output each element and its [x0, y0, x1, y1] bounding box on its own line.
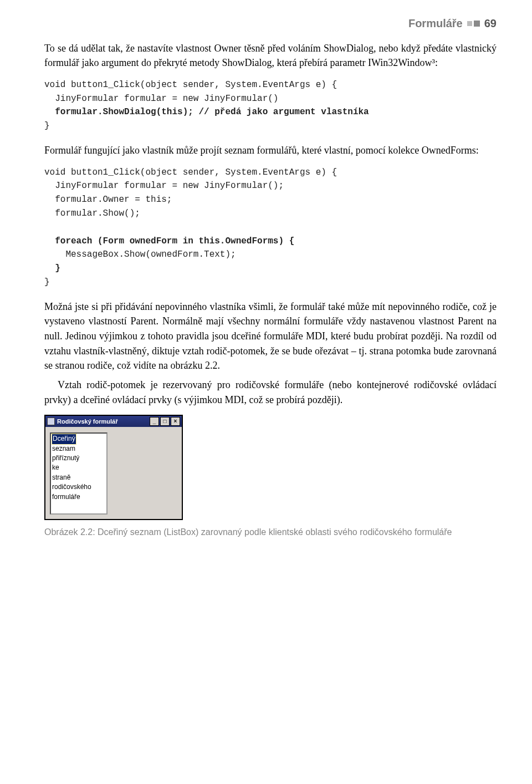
- list-item[interactable]: přiříznutý: [52, 454, 105, 463]
- list-item-selected[interactable]: Dceřiný: [52, 434, 76, 444]
- listbox[interactable]: Dceřiný seznam přiříznutý ke straně rodi…: [50, 432, 108, 515]
- list-item[interactable]: seznam: [52, 444, 105, 454]
- chapter-title: Formuláře: [408, 16, 463, 32]
- paragraph-intro: To se dá udělat tak, že nastavíte vlastn…: [44, 41, 497, 70]
- page-header: Formuláře 69: [44, 16, 497, 32]
- paragraph-parent: Možná jste si při přidávání nepovinného …: [44, 299, 497, 373]
- maximize-button[interactable]: □: [160, 417, 170, 426]
- header-marker-icon: [467, 21, 480, 27]
- paragraph-parent2: Vztah rodič-potomek je rezervovaný pro r…: [44, 378, 497, 407]
- minimize-button[interactable]: _: [150, 417, 159, 426]
- figure-caption: Obrázek 2.2: Dceřiný seznam (ListBox) za…: [94, 526, 497, 538]
- app-icon: [47, 418, 55, 425]
- titlebar: Rodičovský formulář _ □ ×: [45, 416, 182, 427]
- code-block-showdialog: void button1_Click(object sender, System…: [44, 78, 497, 133]
- list-item[interactable]: formuláře: [52, 492, 105, 502]
- paragraph-ownedforms: Formulář fungující jako vlastník může pr…: [44, 143, 497, 158]
- page-number: 69: [484, 16, 497, 32]
- code-block-ownedforms: void button1_Click(object sender, System…: [44, 166, 497, 289]
- list-item[interactable]: rodičovského: [52, 482, 105, 492]
- list-item[interactable]: straně: [52, 473, 105, 482]
- close-button[interactable]: ×: [171, 417, 180, 426]
- list-item[interactable]: ke: [52, 463, 105, 472]
- window-mockup: Rodičovský formulář _ □ × Dceřiný seznam…: [44, 415, 183, 520]
- client-area: Dceřiný seznam přiříznutý ke straně rodi…: [45, 427, 182, 519]
- window-title: Rodičovský formulář: [57, 417, 117, 426]
